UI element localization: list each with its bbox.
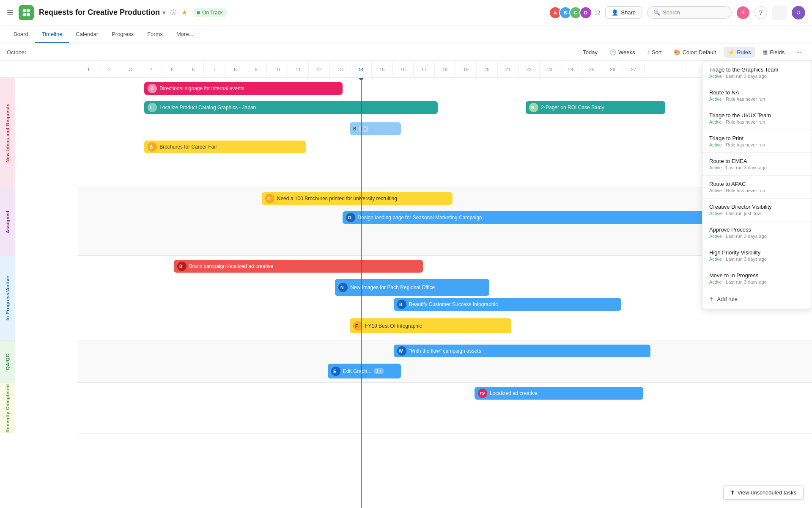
day-col: 17 — [414, 61, 435, 77]
day-col: 24 — [560, 61, 582, 77]
rules-button[interactable]: ⚡ Rules — [724, 47, 755, 58]
group-label-new-ideas: New Ideas and Requests — [0, 78, 15, 188]
avatar: B — [148, 142, 157, 152]
search-icon: 🔍 — [653, 9, 660, 16]
more-options-button[interactable]: ··· — [792, 47, 805, 58]
star-icon[interactable]: ★ — [181, 8, 187, 17]
avatar: B — [397, 300, 406, 309]
tab-progress[interactable]: Progress — [105, 26, 140, 43]
day-col: 6 — [183, 61, 204, 77]
rule-item-route-emea[interactable]: Route to EMEA Active · Last run 3 days a… — [702, 153, 812, 176]
add-rule-button[interactable]: + Add rule — [702, 290, 812, 309]
day-col — [645, 61, 666, 77]
day-col: 5 — [162, 61, 183, 77]
day-col: 12 — [309, 61, 330, 77]
day-col: 10 — [267, 61, 288, 77]
fields-button[interactable]: ▦ Fields — [758, 47, 789, 58]
day-col: 21 — [498, 61, 519, 77]
view-unscheduled-button[interactable]: ⬆ View unscheduled tasks — [723, 486, 804, 500]
tab-forms[interactable]: Forms — [140, 26, 170, 43]
today-button[interactable]: Today — [579, 47, 602, 58]
group-label-in-progress: In Progress/Active — [0, 256, 15, 340]
svg-rect-0 — [23, 9, 26, 12]
day-col: 26 — [602, 61, 623, 77]
rule-item-move-in-progress[interactable]: Move to In Progress Active · Last run 3 … — [702, 267, 812, 290]
avatar: W — [397, 346, 406, 356]
rule-item-creative-director[interactable]: Creative Director Visibility Active · La… — [702, 199, 812, 221]
rule-item-triage-graphics[interactable]: Triage to the Graphics Team Active · Las… — [702, 61, 812, 84]
svg-text:N: N — [340, 285, 343, 290]
svg-text:F: F — [355, 324, 358, 329]
gantt-bar-with-the-flow[interactable]: W "With the flow" campaign assets — [394, 345, 650, 357]
rule-item-approve-process[interactable]: Approve Process Active · Last run 3 days… — [702, 221, 812, 244]
plus-icon: + — [709, 295, 714, 304]
svg-rect-1 — [27, 9, 30, 12]
avatar: L — [148, 103, 157, 112]
rule-item-route-apac[interactable]: Route to APAC Active · Rule has never ru… — [702, 176, 812, 199]
rules-dropdown: Triage to the Graphics Team Active · Las… — [702, 61, 812, 309]
day-col: 20 — [477, 61, 498, 77]
avatar: N — [338, 283, 348, 292]
share-button[interactable]: 👤 Share — [605, 6, 642, 19]
day-col: 1 — [78, 61, 99, 77]
gantt-bar-new-images[interactable]: N New Images for Each Regional Office — [335, 279, 489, 296]
svg-text:B: B — [150, 145, 153, 149]
weeks-button[interactable]: 🕐 Weeks — [605, 47, 639, 58]
day-col: 11 — [288, 61, 309, 77]
gantt-bar-localize-product[interactable]: L Localize Product Catalog Graphics - Ja… — [144, 101, 438, 114]
add-button[interactable]: + — [737, 6, 749, 19]
avatar: B — [177, 262, 187, 271]
tab-board[interactable]: Board — [7, 26, 35, 43]
gantt-bar-directional-signage[interactable]: A Directional signage for internal event… — [144, 82, 342, 95]
day-col: 15 — [372, 61, 393, 77]
sort-button[interactable]: ↕ Sort — [642, 47, 666, 58]
group-label-assigned: Assigned — [0, 188, 15, 256]
day-col: 22 — [518, 61, 540, 77]
topbar: ☰ Requests for Creative Production ▾ ⓘ ★… — [0, 0, 812, 25]
main-content: New Ideas and Requests Assigned In Progr… — [0, 61, 812, 508]
gantt-bar-localized-ad[interactable]: Ry Localized ad creative — [475, 387, 643, 400]
gantt-bar-beautify[interactable]: B Beautify Customer Success Infographic — [394, 298, 621, 311]
avatar: E — [331, 367, 340, 376]
day-col: 8 — [225, 61, 246, 77]
gantt-bar-subtask[interactable]: B 1 ↕ — [350, 122, 401, 135]
rule-item-triage-uiux[interactable]: Triage to the UI/UX Team Active · Rule h… — [702, 107, 812, 130]
svg-text:E: E — [333, 369, 336, 374]
svg-text:B: B — [179, 264, 182, 269]
avatar-count: 12 — [595, 10, 600, 16]
clock-icon: 🕐 — [609, 49, 616, 55]
svg-rect-3 — [27, 13, 30, 16]
tab-more[interactable]: More... — [170, 26, 200, 43]
avatar: R — [529, 103, 538, 112]
day-col: 25 — [582, 61, 603, 77]
gantt-bar-fy19[interactable]: F FY19 Best Of Infographic — [350, 318, 511, 333]
svg-text:L: L — [150, 105, 152, 110]
color-icon: 🎨 — [674, 49, 680, 55]
svg-text:D: D — [348, 215, 351, 220]
day-col — [665, 61, 686, 77]
tab-timeline[interactable]: Timeline — [35, 26, 69, 43]
gantt-bar-2pager[interactable]: R 2-Pager on ROI Case Study — [526, 101, 665, 114]
gantt-bar-brochures-career-fair[interactable]: B Brochures for Career Fair — [144, 141, 306, 153]
hamburger-menu[interactable]: ☰ — [7, 8, 14, 17]
avatar: A — [148, 84, 157, 93]
rule-item-triage-print[interactable]: Triage to Print Active · Rule has never … — [702, 130, 812, 153]
day-col: 9 — [246, 61, 267, 77]
status-dot — [197, 11, 200, 14]
search-box[interactable]: 🔍 Search — [647, 6, 732, 19]
gantt-bar-brand-campaign[interactable]: B Brand campaign localized ad creative — [174, 260, 423, 273]
day-col: 4 — [141, 61, 162, 77]
tab-calendar[interactable]: Calendar — [69, 26, 105, 43]
help-button[interactable]: ? — [754, 6, 767, 19]
gantt-bar-brochures-university[interactable]: N Need a 100 Brochures printed for unive… — [262, 192, 453, 205]
info-icon[interactable]: ⓘ — [170, 9, 176, 17]
dropdown-arrow-icon[interactable]: ▾ — [162, 9, 165, 16]
day-col: 13 — [330, 61, 351, 77]
day-col: 2 — [99, 61, 121, 77]
color-button[interactable]: 🎨 Color: Default — [669, 47, 720, 58]
rule-item-high-priority[interactable]: High Priority Visibility Active · Last r… — [702, 244, 812, 267]
gantt-bar-edit-graph[interactable]: E Edit Graph... 1↕ — [328, 364, 401, 378]
rule-item-route-na[interactable]: Route to NA Active · Rule has never run — [702, 84, 812, 107]
group-label-recently-completed: Recently Completed — [0, 383, 15, 433]
user-avatar[interactable]: U — [792, 6, 805, 19]
